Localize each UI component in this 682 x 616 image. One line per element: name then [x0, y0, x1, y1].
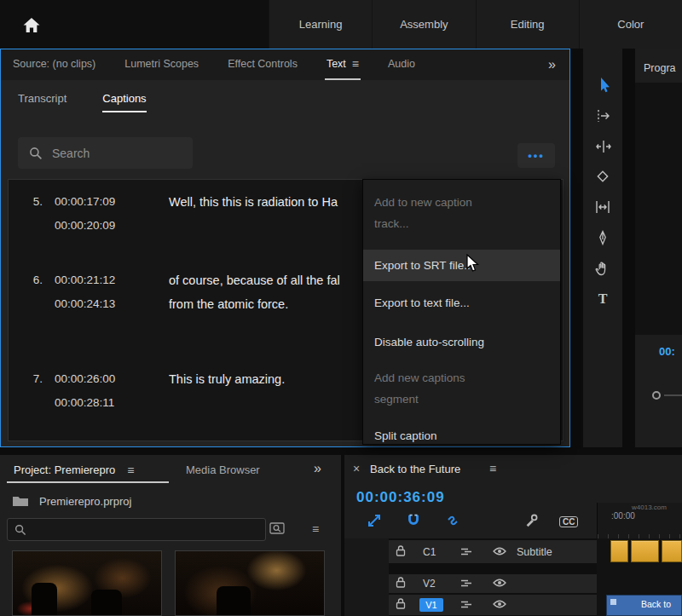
- clip-fx-badge: [610, 599, 616, 605]
- captions-search-box[interactable]: [18, 137, 193, 169]
- search-icon: [29, 147, 43, 160]
- caption-clip[interactable]: [662, 540, 682, 562]
- track-header-v2[interactable]: V2: [389, 574, 597, 593]
- clip-thumbnail[interactable]: [175, 550, 325, 616]
- tab-effect-controls[interactable]: Effect Controls: [226, 49, 299, 80]
- hand-tool-button[interactable]: [583, 253, 622, 284]
- search-input[interactable]: [52, 137, 187, 169]
- timeline-ruler[interactable]: w4013.com :00:00: [597, 503, 682, 538]
- track-output-eye-icon[interactable]: [493, 578, 506, 590]
- sync-lock-icon[interactable]: [460, 599, 472, 612]
- tab-transcript[interactable]: Transcript: [18, 92, 66, 112]
- menu-item-add-to-new-caption-track: Add to new caption track...: [363, 192, 560, 234]
- slip-tool-icon: [593, 198, 612, 216]
- snap-icon[interactable]: [406, 513, 421, 531]
- workspace-switcher: Learning Assembly Editing Color: [269, 0, 682, 49]
- zoom-slider-track[interactable]: [664, 394, 682, 396]
- tab-media-browser[interactable]: Media Browser: [186, 463, 260, 476]
- video-clip[interactable]: Back to: [606, 595, 682, 616]
- caption-out-time: 00:00:24:13: [55, 292, 115, 316]
- panel-options-icon[interactable]: ≡: [312, 523, 319, 535]
- clip-label: Back to: [641, 599, 671, 609]
- track-controls-column: [344, 538, 389, 616]
- menu-item-disable-auto-scrolling[interactable]: Disable auto-scrolling: [363, 331, 560, 353]
- close-icon[interactable]: ×: [353, 462, 360, 475]
- captions-options-button[interactable]: •••: [517, 143, 555, 168]
- caption-number: 7.: [22, 367, 43, 391]
- panel-tab-bar: Source: (no clips) Lumetri Scopes Effect…: [1, 49, 569, 80]
- track-select-forward-tool-button[interactable]: [583, 100, 622, 130]
- tab-label: Source: (no clips): [13, 58, 95, 70]
- sequence-title[interactable]: Back to the Future: [370, 463, 460, 475]
- caption-clip[interactable]: [631, 540, 659, 562]
- track-header-c1[interactable]: C1 Subtitle: [389, 540, 597, 563]
- tab-overflow-chevron-icon[interactable]: »: [314, 461, 321, 476]
- zoom-slider-handle[interactable]: [652, 391, 661, 400]
- tools-panel: T: [583, 49, 622, 447]
- type-tool-button[interactable]: T: [583, 284, 622, 314]
- panel-menu-icon[interactable]: ≡: [489, 462, 496, 475]
- timeline-settings-wrench-icon[interactable]: [524, 513, 540, 531]
- tab-audio[interactable]: Audio: [386, 49, 417, 80]
- menu-item-export-to-srt-file[interactable]: Export to SRT file...: [363, 250, 560, 281]
- captions-display-icon[interactable]: CC: [559, 515, 578, 527]
- track-output-eye-icon[interactable]: [493, 545, 506, 558]
- clip-thumbnail[interactable]: [12, 550, 162, 616]
- tab-label: Project: Premierepro: [14, 463, 115, 476]
- lock-icon[interactable]: [396, 544, 406, 559]
- track-type-label: Subtitle: [517, 546, 552, 558]
- sync-lock-icon[interactable]: [460, 578, 472, 590]
- panel-menu-icon[interactable]: ≡: [127, 464, 134, 476]
- timeline-panel: × Back to the Future ≡ 00:00:36:09 CC w4…: [344, 455, 682, 616]
- program-panel-title: Progra: [644, 62, 682, 74]
- caption-clip[interactable]: [610, 540, 628, 562]
- caption-timecodes: 00:00:26:00 00:00:28:11: [55, 367, 115, 415]
- find-in-project-icon[interactable]: [269, 521, 285, 538]
- workspace-tab-editing[interactable]: Editing: [476, 0, 579, 49]
- nest-toggle-icon[interactable]: [367, 513, 382, 531]
- caption-text: of course, because of all the fal from t…: [169, 268, 340, 316]
- timeline-timecode[interactable]: 00:00:36:09: [356, 489, 445, 506]
- caption-number: 6.: [22, 268, 43, 292]
- tab-project[interactable]: Project: Premierepro ≡: [14, 463, 134, 476]
- tab-captions[interactable]: Captions: [102, 92, 146, 112]
- menu-item-split-caption[interactable]: Split caption: [363, 425, 560, 446]
- workspace-tab-assembly[interactable]: Assembly: [372, 0, 475, 49]
- folder-icon: [12, 494, 29, 509]
- menu-item-add-new-captions-segment: Add new captions segment: [363, 367, 560, 410]
- razor-tool-icon: [593, 167, 612, 186]
- lock-icon[interactable]: [396, 577, 406, 591]
- tab-label: Audio: [388, 58, 415, 70]
- workspace-tab-color[interactable]: Color: [579, 0, 682, 49]
- lock-icon[interactable]: [396, 598, 406, 613]
- slip-tool-button[interactable]: [583, 192, 622, 222]
- tab-label: Media Browser: [186, 463, 260, 476]
- caption-in-time: 00:00:26:00: [55, 367, 115, 391]
- track-output-eye-icon[interactable]: [493, 599, 506, 612]
- track-header-v1[interactable]: V1: [389, 595, 597, 615]
- caption-text: This is truly amazing.: [169, 367, 285, 391]
- selection-tool-button[interactable]: [583, 69, 622, 100]
- panel-menu-icon[interactable]: ≡: [352, 58, 359, 70]
- search-icon: [14, 524, 26, 536]
- program-timecode[interactable]: 00:: [659, 345, 675, 358]
- workspace-tab-learning[interactable]: Learning: [269, 0, 372, 49]
- project-search-box[interactable]: [7, 518, 266, 541]
- linked-selection-icon[interactable]: [445, 513, 460, 531]
- program-monitor-view: [635, 83, 682, 335]
- tab-text[interactable]: Text ≡: [325, 49, 361, 80]
- tab-label: Lumetri Scopes: [124, 58, 199, 70]
- tab-source-no-clips[interactable]: Source: (no clips): [11, 49, 97, 80]
- tab-label: Effect Controls: [228, 58, 298, 70]
- track-target-badge[interactable]: V1: [419, 598, 443, 612]
- home-button[interactable]: [15, 11, 48, 38]
- razor-tool-button[interactable]: [583, 161, 622, 192]
- project-file-name[interactable]: Premierepro.prproj: [39, 495, 131, 508]
- ripple-edit-tool-button[interactable]: [583, 130, 622, 161]
- tab-lumetri-scopes[interactable]: Lumetri Scopes: [123, 49, 200, 80]
- sync-lock-icon[interactable]: [460, 545, 472, 558]
- pen-tool-button[interactable]: [583, 222, 622, 253]
- menu-item-export-to-text-file[interactable]: Export to text file...: [363, 292, 560, 314]
- tab-overflow-chevron-icon[interactable]: »: [548, 57, 559, 72]
- track-name: C1: [423, 546, 436, 558]
